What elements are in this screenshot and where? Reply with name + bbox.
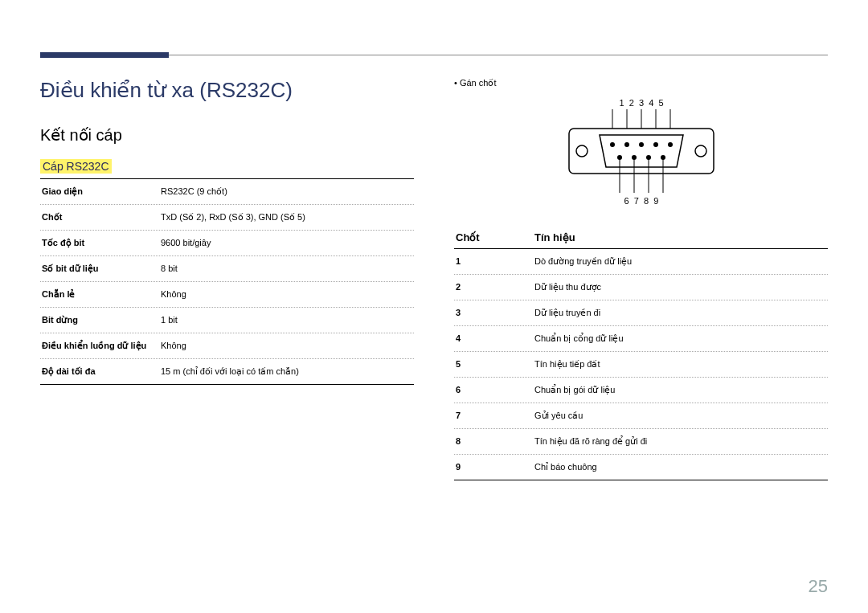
svg-point-12 [668,142,673,147]
right-column: Gán chốt 1 2 3 4 5 [454,78,828,480]
spec-key: Giao diện [40,186,161,197]
spec-key: Số bit dữ liệu [40,264,161,274]
two-column-layout: Điều khiển từ xa (RS232C) Kết nối cáp Cá… [40,78,828,480]
spec-key: Bit dừng [40,315,161,325]
pin-signal: Dò đường truyền dữ liệu [534,256,632,267]
pin-signal: Dữ liệu thu được [534,282,601,292]
table-row: 7Gửi yêu cầu [454,403,828,429]
spec-key: Chốt [40,212,161,223]
table-row: Số bit dữ liệu8 bit [40,256,414,282]
svg-point-11 [653,142,658,147]
bottom-pin-numbers: 6 7 8 9 [624,196,658,206]
table-row: 1Dò đường truyền dữ liệu [454,249,828,275]
db9-connector-icon: 1 2 3 4 5 6 7 8 9 [561,96,722,209]
table-row: 2Dữ liệu thu được [454,275,828,300]
pin-number: 1 [454,256,534,267]
pin-signal: Chuẩn bị gói dữ liệu [534,385,615,395]
spec-value: Không [161,289,414,300]
pin-assignment-label: Gán chốt [454,78,828,88]
pin-number: 3 [454,308,534,318]
top-pin-numbers: 1 2 3 4 5 [619,98,663,108]
pin-signal: Gửi yêu cầu [534,411,583,421]
spec-value: 8 bit [161,264,414,274]
spec-value: 9600 bit/giây [161,238,414,248]
table-row: Bit dừng1 bit [40,308,414,333]
table-row: 8Tín hiệu đã rõ ràng để gửi đi [454,429,828,455]
pin-signal: Tín hiệu đã rõ ràng để gửi đi [534,436,647,447]
spec-key: Độ dài tối đa [40,366,161,377]
page-title: Điều khiển từ xa (RS232C) [40,78,414,103]
document-page: Điều khiển từ xa (RS232C) Kết nối cáp Cá… [0,0,868,505]
table-row: ChốtTxD (Số 2), RxD (Số 3), GND (Số 5) [40,205,414,231]
table-row: 3Dữ liệu truyền đi [454,300,828,326]
spec-key: Điều khiển luồng dữ liệu [40,341,161,351]
pin-number: 7 [454,411,534,421]
spec-value: Không [161,341,414,351]
header-rule [40,55,828,55]
table-row: 6Chuẩn bị gói dữ liệu [454,378,828,403]
table-row: Điều khiển luồng dữ liệuKhông [40,333,414,359]
svg-point-9 [624,142,629,147]
cable-label: Cáp RS232C [40,159,112,174]
pin-signal: Tín hiệu tiếp đất [534,359,600,370]
spec-value: RS232C (9 chốt) [161,186,414,197]
table-row: 5Tín hiệu tiếp đất [454,352,828,378]
pin-number: 8 [454,436,534,447]
svg-point-7 [695,145,706,157]
table-row: 4Chuẩn bị cổng dữ liệu [454,326,828,352]
table-row: Độ dài tối đa15 m (chỉ đối với loại có t… [40,359,414,385]
pin-signal: Chuẩn bị cổng dữ liệu [534,333,624,344]
left-column: Điều khiển từ xa (RS232C) Kết nối cáp Cá… [40,78,414,480]
spec-table: Giao diệnRS232C (9 chốt)ChốtTxD (Số 2), … [40,178,414,385]
spec-value: TxD (Số 2), RxD (Số 3), GND (Số 5) [161,212,414,223]
pin-number: 9 [454,462,534,472]
pin-signal: Chỉ báo chuông [534,462,597,472]
table-row: Chẵn lẻKhông [40,282,414,308]
svg-point-8 [610,142,615,147]
pin-number: 2 [454,282,534,292]
spec-key: Chẵn lẻ [40,289,161,300]
pin-number: 5 [454,359,534,370]
table-row: Giao diệnRS232C (9 chốt) [40,179,414,205]
table-row: Tốc độ bit9600 bit/giây [40,231,414,256]
pin-number: 6 [454,385,534,395]
connector-diagram: 1 2 3 4 5 6 7 8 9 [454,96,828,212]
spec-value: 15 m (chỉ đối với loại có tấm chắn) [161,366,414,377]
svg-point-10 [639,142,644,147]
pin-signal-table: Chốt Tín hiệu 1Dò đường truyền dữ liệu2D… [454,227,828,480]
section-heading: Kết nối cáp [40,125,414,145]
svg-point-6 [576,145,588,157]
spec-value: 1 bit [161,315,414,325]
table-header: Chốt Tín hiệu [454,227,828,249]
col-header-pin: Chốt [454,231,534,243]
pin-signal: Dữ liệu truyền đi [534,308,600,318]
pin-number: 4 [454,333,534,344]
table-row: 9Chỉ báo chuông [454,455,828,480]
spec-key: Tốc độ bit [40,238,161,248]
col-header-signal: Tín hiệu [534,231,575,243]
page-number: 25 [809,576,828,597]
